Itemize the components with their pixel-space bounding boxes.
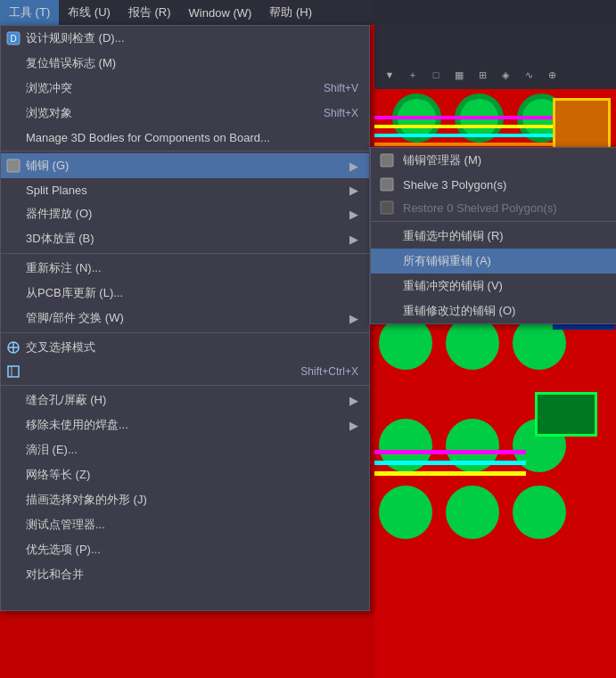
- menu-update-pcb[interactable]: 从PCB库更新 (L)...: [1, 281, 369, 306]
- menu-browse-objects[interactable]: 浏览对象 Shift+X: [1, 101, 369, 126]
- pcb-trace: [374, 471, 526, 476]
- svg-rect-10: [381, 201, 393, 214]
- svg-rect-8: [381, 154, 393, 167]
- component-placement-arrow-icon: ▶: [349, 208, 358, 221]
- pcb-pad: [446, 486, 499, 539]
- menu-slot-hole[interactable]: 移除未使用的焊盘... ▶: [1, 413, 369, 437]
- menu-remove-unused-pads-label: 滴泪 (E)...: [26, 442, 78, 458]
- pcb-pad: [513, 486, 566, 539]
- menubar: 工具 (T) 布线 (U) 报告 (R) Window (W) 帮助 (H): [0, 0, 374, 25]
- menu-copper[interactable]: 铺铜 (G) ▶: [1, 153, 369, 178]
- menu-drc[interactable]: D 设计规则检查 (D)...: [1, 26, 369, 51]
- pin-swap-arrow-icon: ▶: [349, 312, 358, 325]
- menu-reannotate[interactable]: 重新标注 (N)...: [1, 256, 369, 281]
- menu-slot-hole-label: 移除未使用的焊盘...: [26, 417, 128, 433]
- menu-manage-3d[interactable]: Manage 3D Bodies for Components on Board…: [1, 126, 369, 149]
- menu-cross-select[interactable]: Shift+Ctrl+X: [1, 360, 369, 383]
- submenu-repour-modified[interactable]: 重铺修改过的铺铜 (O): [371, 298, 616, 323]
- menu-pin-swap[interactable]: 管脚/部件 交换 (W) ▶: [1, 306, 369, 331]
- cross-select-shortcut: Shift+Ctrl+X: [300, 365, 358, 378]
- pcb-trace: [374, 125, 553, 128]
- menu-cross-probe[interactable]: 交叉选择模式: [1, 335, 369, 360]
- menu-3d-body-label: 3D体放置 (B): [26, 231, 94, 247]
- pcb-trace: [374, 143, 553, 146]
- svg-rect-2: [7, 159, 20, 172]
- copper-submenu: 铺铜管理器 (M) Shelve 3 Polygon(s) Restore 0 …: [370, 147, 616, 324]
- svg-rect-9: [381, 178, 393, 191]
- menu-compare-merge: [1, 587, 369, 610]
- menu-split-planes-label: Split Planes: [26, 184, 87, 197]
- menubar-help[interactable]: 帮助 (H): [260, 0, 321, 25]
- menu-draw-outline[interactable]: 测试点管理器...: [1, 512, 369, 537]
- menu-component-placement[interactable]: 器件摆放 (O) ▶: [1, 201, 369, 226]
- barchart-icon[interactable]: ▦: [449, 65, 469, 85]
- pcb-top-bar: [374, 25, 616, 61]
- submenu-repour-selected-label: 重铺选中的铺铜 (R): [403, 228, 504, 244]
- pcb-component-outline: [535, 392, 597, 437]
- crossselect-icon: [4, 364, 22, 379]
- submenu-repour-all[interactable]: 所有铺铜重铺 (A): [371, 249, 616, 274]
- pcb-trace: [374, 461, 526, 465]
- shelve-polygon-icon: [378, 177, 396, 192]
- measure-icon[interactable]: ∿: [519, 65, 538, 85]
- menu-reannotate-label: 重新标注 (N)...: [26, 260, 102, 276]
- menu-component-placement-label: 器件摆放 (O): [26, 206, 92, 222]
- menu-remove-unused-pads[interactable]: 滴泪 (E)...: [1, 437, 369, 462]
- menu-preferences-label: 对比和合并: [26, 567, 84, 583]
- submenu-shelve-polygon-label: Shelve 3 Polygon(s): [403, 178, 506, 192]
- submenu-repour-selected[interactable]: 重铺选中的铺铜 (R): [371, 224, 616, 249]
- menu-pin-swap-label: 管脚/部件 交换 (W): [26, 310, 124, 326]
- pcb-pad: [379, 486, 432, 539]
- menu-drc-label: 设计规则检查 (D)...: [26, 30, 125, 46]
- pcb-pad: [379, 316, 432, 370]
- layers-icon[interactable]: ◈: [496, 65, 515, 85]
- submenu-repour-modified-label: 重铺修改过的铺铜 (O): [403, 303, 515, 319]
- split-planes-arrow-icon: ▶: [349, 184, 358, 197]
- copper-manager-icon: [378, 153, 396, 167]
- menu-teardrops[interactable]: 网络等长 (Z): [1, 462, 369, 487]
- menu-test-point[interactable]: 优先选项 (P)...: [1, 537, 369, 562]
- menu-reset-errors[interactable]: 复位错误标志 (M): [1, 51, 369, 76]
- drc-icon: D: [4, 31, 22, 45]
- separator4: [1, 385, 369, 386]
- menu-manage-3d-label: Manage 3D Bodies for Components on Board…: [26, 131, 270, 144]
- submenu-copper-manager[interactable]: 铺铜管理器 (M): [371, 148, 616, 173]
- filter-icon[interactable]: ▼: [380, 65, 399, 85]
- menu-test-point-label: 优先选项 (P)...: [26, 542, 101, 558]
- slot-hole-arrow-icon: ▶: [349, 419, 358, 432]
- menu-preferences[interactable]: 对比和合并: [1, 562, 369, 587]
- copper-separator1: [371, 221, 616, 222]
- convert-arrow-icon: ▶: [349, 394, 358, 407]
- svg-rect-6: [8, 366, 19, 377]
- separator3: [1, 332, 369, 333]
- 3d-body-arrow-icon: ▶: [349, 233, 358, 246]
- menu-3d-body[interactable]: 3D体放置 (B) ▶: [1, 226, 369, 251]
- menu-split-planes[interactable]: Split Planes ▶: [1, 178, 369, 201]
- menu-convert-label: 缝合孔/屏蔽 (H): [26, 392, 106, 408]
- submenu-shelve-polygon[interactable]: Shelve 3 Polygon(s): [371, 173, 616, 196]
- menu-browse-objects-label: 浏览对象: [26, 105, 72, 121]
- menu-teardrops-label: 网络等长 (Z): [26, 467, 90, 483]
- separator1: [1, 151, 369, 151]
- pcb-toolbar: ▼ + □ ▦ ⊞ ◈ ∿ ⊕: [374, 61, 616, 89]
- separator2: [1, 253, 369, 254]
- grid-icon[interactable]: ⊞: [472, 65, 492, 85]
- menubar-window[interactable]: Window (W): [180, 0, 261, 25]
- plus-icon[interactable]: +: [403, 65, 423, 85]
- box-icon[interactable]: □: [426, 65, 446, 85]
- menu-net-length[interactable]: 描画选择对象的外形 (J): [1, 487, 369, 512]
- menu-reset-errors-label: 复位错误标志 (M): [26, 55, 116, 71]
- svg-text:D: D: [10, 34, 16, 44]
- submenu-copper-manager-label: 铺铜管理器 (M): [403, 152, 481, 168]
- menu-browse-conflicts[interactable]: 浏览冲突 Shift+V: [1, 76, 369, 101]
- menu-convert[interactable]: 缝合孔/屏蔽 (H) ▶: [1, 388, 369, 413]
- menubar-report[interactable]: 报告 (R): [119, 0, 180, 25]
- point-icon[interactable]: ⊕: [542, 65, 562, 85]
- menubar-layout[interactable]: 布线 (U): [59, 0, 119, 25]
- submenu-restore-shelved-label: Restore 0 Shelved Polygon(s): [403, 201, 557, 215]
- menubar-tools[interactable]: 工具 (T): [0, 0, 59, 25]
- pcb-trace: [374, 134, 553, 137]
- submenu-repour-conflicts[interactable]: 重铺冲突的铺铜 (V): [371, 274, 616, 298]
- menu-draw-outline-label: 测试点管理器...: [26, 517, 105, 533]
- menu-cross-probe-label: 交叉选择模式: [26, 339, 95, 355]
